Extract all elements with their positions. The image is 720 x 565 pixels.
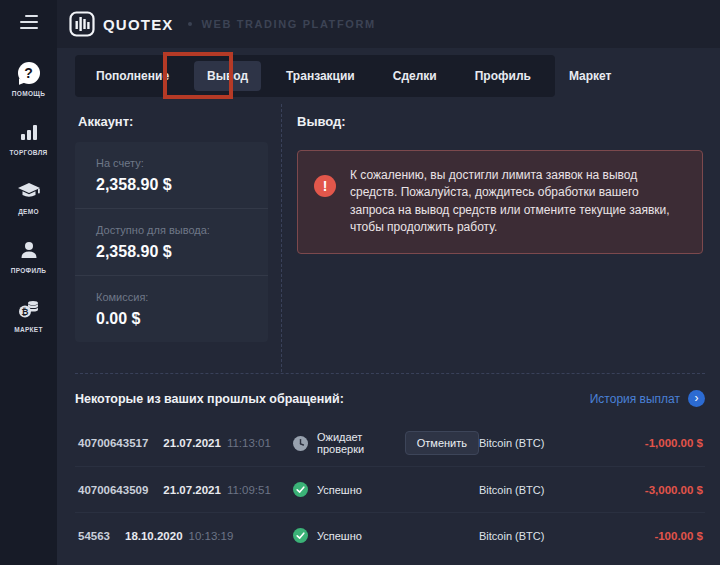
commission-label: Комиссия: [96, 291, 268, 303]
history-header: Некоторые из ваших прошлых обращений: Ис… [75, 390, 705, 407]
account-section-title: Аккаунт: [78, 114, 133, 129]
platform-subtitle: WEB TRADING PLATFORM [202, 18, 376, 30]
main-content: Пополнение Вывод Транзакции Сделки Профи… [57, 48, 720, 565]
request-datetime: 18.10.2020 10:13:19 [125, 530, 233, 542]
payment-method: Bitcoin (BTC) [479, 484, 645, 496]
account-card: На счету: 2,358.90 $ Доступно для вывода… [75, 142, 268, 342]
sidebar-item-label: МАРКЕТ [14, 326, 43, 333]
request-datetime: 21.07.2021 11:13:01 [163, 437, 270, 449]
warning-icon: ! [314, 175, 336, 197]
history-table: 40700643517 21.07.2021 11:13:01 Ожидает … [75, 420, 705, 558]
balance-label: На счету: [96, 157, 268, 169]
clock-pending-icon [293, 436, 308, 451]
menu-hamburger-icon[interactable] [20, 15, 38, 33]
sidebar-nav: ? ПОМОЩЬ ТОРГОВЛЯ ДЕМО ПРОФИЛЬ ₿ МАРКЕТ [0, 61, 57, 333]
withdrawal-section-title: Вывод: [297, 114, 346, 129]
table-row: 40700643509 21.07.2021 11:09:51 Успешно … [75, 466, 705, 512]
payment-method: Bitcoin (BTC) [479, 437, 645, 449]
tab-trades[interactable]: Сделки [380, 61, 450, 91]
chevron-right-icon: › [688, 390, 705, 407]
person-icon [18, 238, 40, 262]
check-success-icon [293, 528, 308, 543]
sidebar-item-label: ПОМОЩЬ [12, 90, 45, 97]
tab-bar: Пополнение Вывод Транзакции Сделки Профи… [75, 55, 555, 97]
payout-history-link[interactable]: История выплат › [590, 390, 705, 407]
table-row: 54563 18.10.2020 10:13:19 Успешно Bitcoi… [75, 512, 705, 558]
horizontal-divider [75, 373, 705, 374]
check-success-icon [293, 482, 308, 497]
available-label: Доступно для вывода: [96, 224, 268, 236]
sidebar-item-help[interactable]: ? ПОМОЩЬ [0, 61, 57, 97]
history-title: Некоторые из ваших прошлых обращений: [75, 392, 344, 406]
request-datetime: 21.07.2021 11:09:51 [163, 484, 270, 496]
status-text: Успешно [317, 484, 362, 496]
request-date: 18.10.2020 [125, 530, 183, 542]
request-time: 11:13:01 [227, 437, 271, 449]
available-block: Доступно для вывода: 2,358.90 $ [75, 208, 268, 275]
top-header: QUOTEX WEB TRADING PLATFORM [57, 0, 720, 48]
commission-value: 0.00 $ [96, 310, 268, 328]
sidebar-item-market[interactable]: ₿ МАРКЕТ [0, 297, 57, 333]
available-value: 2,358.90 $ [96, 243, 268, 261]
sidebar-item-trading[interactable]: ТОРГОВЛЯ [0, 120, 57, 156]
amount: -1,000.00 $ [645, 437, 705, 449]
request-date: 21.07.2021 [163, 484, 221, 496]
tab-market[interactable]: Маркет [556, 61, 625, 91]
sidebar-item-label: ТОРГОВЛЯ [9, 149, 47, 156]
svg-text:₿: ₿ [21, 307, 28, 317]
coins-icon: ₿ [17, 297, 41, 321]
tab-transactions[interactable]: Транзакции [273, 61, 368, 91]
bar-chart-icon [18, 120, 40, 144]
status-cell: Успешно [293, 528, 479, 543]
status-text: Ожидает проверки [317, 431, 392, 455]
commission-block: Комиссия: 0.00 $ [75, 275, 268, 342]
vertical-divider [281, 104, 282, 372]
sidebar-item-label: ПРОФИЛЬ [11, 267, 47, 274]
payment-method: Bitcoin (BTC) [479, 530, 654, 542]
quotex-logo-icon [69, 11, 95, 37]
payout-history-label: История выплат [590, 392, 680, 406]
request-time: 11:09:51 [227, 484, 271, 496]
sidebar-item-profile[interactable]: ПРОФИЛЬ [0, 238, 57, 274]
request-id: 40700643517 [78, 437, 148, 449]
table-row: 40700643517 21.07.2021 11:13:01 Ожидает … [75, 420, 705, 466]
amount: -3,000.00 $ [645, 484, 705, 496]
withdrawal-limit-warning: ! К сожалению, вы достигли лимита заявок… [297, 150, 703, 254]
sidebar-item-label: ДЕМО [18, 208, 39, 215]
amount: -100.00 $ [654, 530, 705, 542]
cancel-button[interactable]: Отменить [405, 431, 479, 455]
row-left-cell: 40700643509 21.07.2021 11:09:51 [78, 484, 293, 496]
separator-dot [188, 22, 192, 26]
request-time: 10:13:19 [189, 530, 234, 542]
tab-deposit[interactable]: Пополнение [83, 61, 182, 91]
status-cell: Ожидает проверки Отменить [293, 431, 479, 455]
tab-profile[interactable]: Профиль [462, 61, 544, 91]
request-id: 40700643509 [78, 484, 148, 496]
graduation-cap-icon [17, 179, 41, 203]
status-cell: Успешно [293, 482, 479, 497]
balance-value: 2,358.90 $ [96, 176, 268, 194]
row-left-cell: 40700643517 21.07.2021 11:13:01 [78, 437, 293, 449]
warning-text: К сожалению, вы достигли лимита заявок н… [350, 167, 686, 237]
account-balance-block: На счету: 2,358.90 $ [75, 142, 268, 208]
request-id: 54563 [78, 530, 110, 542]
status-text: Успешно [317, 530, 362, 542]
sidebar: ? ПОМОЩЬ ТОРГОВЛЯ ДЕМО ПРОФИЛЬ ₿ МАРКЕТ [0, 0, 57, 565]
request-date: 21.07.2021 [163, 437, 221, 449]
logo-text: QUOTEX [103, 16, 174, 33]
row-left-cell: 54563 18.10.2020 10:13:19 [78, 530, 293, 542]
help-icon: ? [18, 62, 40, 84]
sidebar-item-demo[interactable]: ДЕМО [0, 179, 57, 215]
tab-withdrawal[interactable]: Вывод [194, 61, 261, 91]
